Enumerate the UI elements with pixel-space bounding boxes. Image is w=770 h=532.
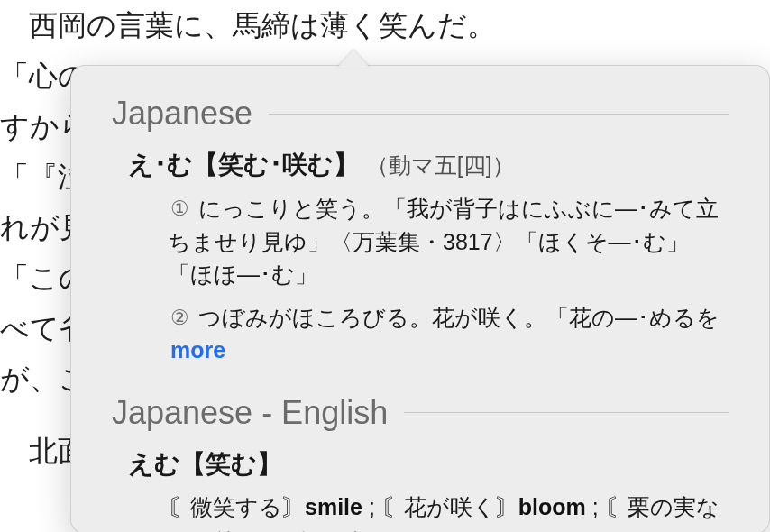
je-jp-bracket: 〘微笑する〙: [168, 494, 305, 519]
popover-pointer: [337, 50, 370, 68]
more-link[interactable]: more: [170, 337, 225, 362]
je-sep: ;: [362, 494, 381, 519]
headword-row-japanese: え･む【笑む･咲む】 （動マ五[四]）: [128, 149, 729, 181]
headword: えむ【笑む】: [128, 450, 282, 478]
section-header-japanese: Japanese: [112, 95, 729, 133]
section-header-japanese-english: Japanese - English: [112, 394, 729, 432]
headword-row-je: えむ【笑む】: [128, 448, 729, 481]
je-jp-bracket: 〘花が咲く〙: [381, 494, 518, 519]
header-rule: [404, 412, 729, 413]
section-title: Japanese: [112, 95, 252, 133]
sense-text: にっこりと笑う。「我が背子はにふぶに—･みて立ちませり見ゆ」〈万葉集・3817〉…: [168, 196, 719, 287]
sense-1: ①にっこりと笑う。「我が背子はにふぶに—･みて立ちませり見ゆ」〈万葉集・3817…: [168, 192, 729, 290]
sense-number-icon: ①: [168, 197, 191, 220]
headword: え･む【笑む･咲む】: [128, 151, 359, 179]
sense-number-icon: ②: [168, 306, 191, 329]
sense-text: つぼみがほころびる。花が咲く。「花の—･めるを: [198, 305, 720, 330]
je-sep: ;: [586, 494, 605, 519]
je-en-gloss: bloom: [518, 494, 586, 519]
dictionary-popover[interactable]: Japanese え･む【笑む･咲む】 （動マ五[四]） ①にっこりと笑う。「我…: [70, 65, 770, 532]
text-line: 西岡の言葉に、馬締は薄く笑んだ。: [0, 0, 496, 50]
sense-2: ②つぼみがほころびる。花が咲く。「花の—･めるをmore: [168, 301, 729, 367]
je-definition: 〘微笑する〙smile ; 〘花が咲く〙bloom ; 〘栗の実などが熟して裂け…: [168, 490, 729, 532]
grammar-note: （動マ五[四]）: [366, 152, 515, 178]
header-rule: [269, 114, 729, 115]
je-en-gloss: smile: [305, 494, 362, 519]
section-title: Japanese - English: [112, 394, 388, 432]
